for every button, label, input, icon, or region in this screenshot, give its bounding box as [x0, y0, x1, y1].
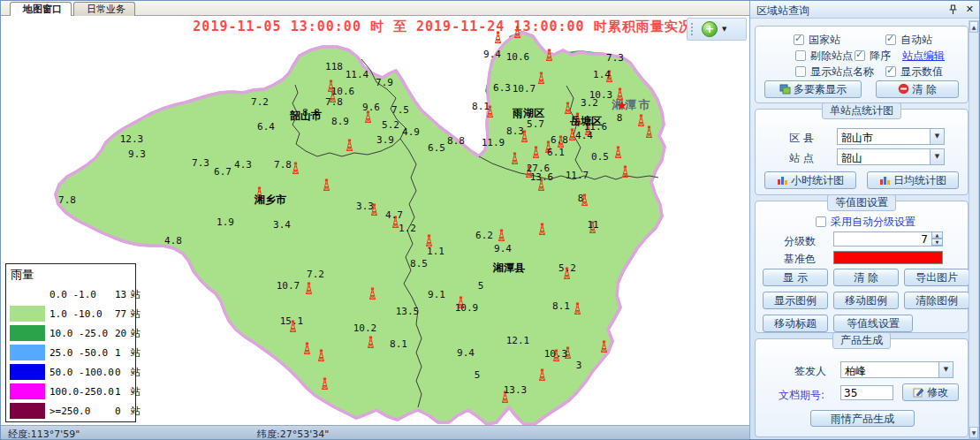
add-layer-button[interactable]: +: [702, 21, 718, 37]
daily-chart-button[interactable]: 日均统计图: [867, 171, 959, 189]
national-station-checkbox[interactable]: [794, 34, 804, 45]
station-tower-icon[interactable]: [302, 342, 312, 355]
station-tower-icon[interactable]: [291, 162, 300, 175]
station-tower-icon[interactable]: [391, 216, 400, 229]
station-tower-icon[interactable]: [493, 31, 503, 44]
station-tower-icon[interactable]: [563, 102, 573, 115]
descend-checkbox[interactable]: [855, 50, 865, 61]
station-tower-icon[interactable]: [543, 140, 553, 154]
station-tower-icon[interactable]: [510, 152, 520, 165]
station-tower-icon[interactable]: [322, 178, 331, 192]
export-image-button[interactable]: 导出图片: [904, 269, 969, 286]
station-tower-icon[interactable]: [531, 146, 541, 159]
station-tower-icon[interactable]: [567, 128, 577, 141]
auto-station-checkbox[interactable]: [885, 34, 896, 45]
station-tower-icon[interactable]: [573, 302, 582, 315]
station-tower-icon[interactable]: [551, 349, 561, 362]
legend-unit: 站: [131, 288, 141, 301]
single-station-chart-group: 单站点统计图 区 县 韶山市 ▼ 站 点 韶山 ▼ 小时统计图 日均统计图: [755, 109, 969, 195]
modify-button[interactable]: 修改: [902, 383, 959, 401]
tab-map-window[interactable]: 地图窗口: [10, 2, 72, 16]
hourly-chart-button[interactable]: 小时统计图: [764, 171, 856, 189]
station-tower-icon[interactable]: [599, 340, 609, 353]
station-tower-icon[interactable]: [588, 221, 597, 234]
chevron-down-icon[interactable]: ▼: [930, 149, 944, 164]
tab-daily-business[interactable]: 日常业务: [73, 2, 135, 16]
chevron-down-icon[interactable]: ▼: [930, 129, 944, 144]
show-value-checkbox[interactable]: [885, 66, 896, 77]
doc-number-input[interactable]: [840, 385, 893, 400]
station-tower-icon[interactable]: [613, 146, 623, 159]
auto-grade-checkbox[interactable]: [816, 216, 826, 227]
station-select[interactable]: 韶山 ▼: [837, 148, 945, 165]
station-tower-icon[interactable]: [316, 349, 326, 362]
exclude-station-checkbox[interactable]: [795, 50, 806, 61]
scroll-up-icon[interactable]: ▲: [969, 21, 978, 33]
station-tower-icon[interactable]: [368, 287, 377, 300]
tab-bar: 地图窗口 日常业务: [1, 1, 749, 16]
spinner-up-icon[interactable]: ▲: [931, 231, 943, 239]
station-tower-icon[interactable]: [254, 186, 264, 200]
move-title-button[interactable]: 移动标题: [763, 315, 828, 332]
station-tower-icon[interactable]: [524, 165, 534, 178]
issuer-select[interactable]: 柏峰 ▼: [840, 361, 953, 378]
legend-swatch: [10, 345, 45, 360]
station-tower-icon[interactable]: [485, 105, 495, 118]
show-station-name-checkbox[interactable]: [795, 66, 806, 77]
panel-scrollbar[interactable]: ▲ ▼: [969, 20, 979, 439]
station-tower-icon[interactable]: [520, 130, 529, 143]
station-tower-icon[interactable]: [583, 123, 593, 136]
station-tower-icon[interactable]: [615, 87, 625, 101]
station-tower-icon[interactable]: [620, 165, 630, 178]
grade-count-spinner[interactable]: ▲ ▼: [931, 231, 943, 247]
clear-legend-button[interactable]: 清除图例: [904, 292, 969, 309]
station-tower-icon[interactable]: [556, 135, 566, 148]
scroll-down-icon[interactable]: ▼: [969, 427, 978, 438]
station-tower-icon[interactable]: [644, 125, 654, 139]
legend-unit: 站: [131, 307, 141, 321]
station-tower-icon[interactable]: [537, 368, 547, 382]
generate-rain-product-button[interactable]: 雨情产品生成: [810, 410, 915, 427]
clear-stations-button[interactable]: 清 除: [876, 80, 959, 98]
close-icon[interactable]: ✕: [966, 4, 974, 15]
clear-button[interactable]: 清 除: [833, 269, 899, 286]
base-color-label: 基准色: [784, 252, 816, 267]
station-tower-icon[interactable]: [513, 26, 522, 39]
multi-element-display-button[interactable]: 多要素显示: [764, 80, 862, 98]
move-legend-button[interactable]: 移动图例: [833, 292, 899, 309]
station-tower-icon[interactable]: [536, 178, 546, 192]
station-tower-icon[interactable]: [304, 282, 314, 295]
spinner-down-icon[interactable]: ▼: [931, 239, 943, 246]
station-edit-link[interactable]: 站点编辑: [902, 49, 945, 64]
station-tower-icon[interactable]: [345, 139, 354, 152]
toolbar-dropdown-caret[interactable]: ▼: [722, 26, 726, 33]
station-tower-icon[interactable]: [320, 377, 330, 391]
station-tower-icon[interactable]: [562, 267, 572, 280]
station-tower-icon[interactable]: [563, 346, 573, 360]
station-tower-icon[interactable]: [573, 112, 582, 125]
station-tower-icon[interactable]: [500, 391, 510, 404]
station-tower-icon[interactable]: [366, 336, 376, 349]
base-color-swatch[interactable]: [833, 251, 943, 264]
map-canvas[interactable]: 2019-11-05 13:00:00 时 至 2019-11-24 13:00…: [1, 16, 749, 425]
station-tower-icon[interactable]: [363, 110, 373, 124]
station-tower-icon[interactable]: [288, 320, 298, 333]
grade-count-input[interactable]: [833, 231, 943, 247]
station-tower-icon[interactable]: [424, 234, 434, 247]
station-tower-icon[interactable]: [369, 203, 379, 216]
station-tower-icon[interactable]: [604, 70, 614, 83]
station-tower-icon[interactable]: [328, 90, 338, 103]
county-select[interactable]: 韶山市 ▼: [837, 128, 945, 145]
chevron-down-icon[interactable]: ▼: [938, 362, 953, 377]
station-tower-icon[interactable]: [456, 296, 466, 309]
show-legend-button[interactable]: 显示图例: [763, 292, 828, 309]
pin-icon[interactable]: [948, 4, 958, 15]
isoline-config-button[interactable]: 等值线设置: [833, 315, 913, 332]
toolbar-grip-handle[interactable]: [690, 22, 695, 36]
station-tower-icon[interactable]: [497, 229, 506, 242]
station-tower-icon[interactable]: [544, 49, 554, 62]
station-tower-icon[interactable]: [537, 223, 547, 236]
show-button[interactable]: 显 示: [763, 269, 828, 286]
station-tower-icon[interactable]: [536, 72, 546, 85]
station-tower-icon[interactable]: [580, 193, 589, 207]
